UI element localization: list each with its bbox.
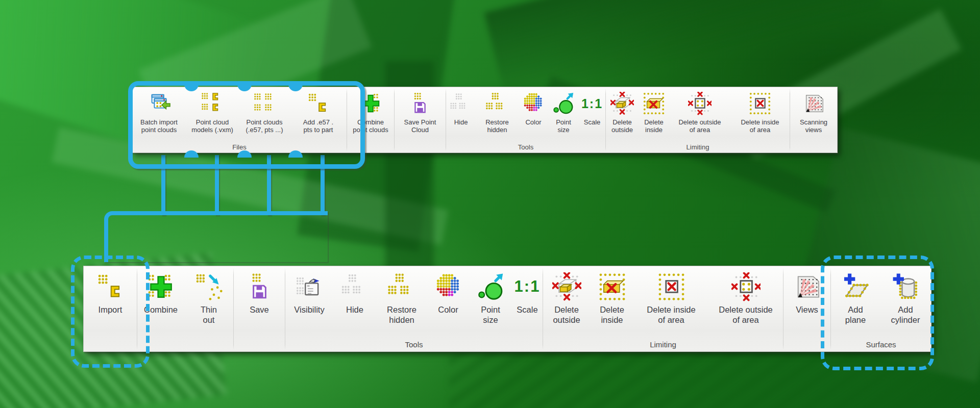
ribbon-button-scanning-views[interactable]: Scanning views (790, 87, 837, 134)
ribbon-button-label: Batch import point clouds (140, 118, 178, 134)
scale-ratio-text: 1:1 (514, 277, 541, 296)
delete-outside-icon (610, 90, 634, 117)
ribbon-button-label: Delete inside (600, 304, 624, 325)
ribbon-button-save[interactable]: Save (234, 266, 285, 315)
ribbon-button-delete-inside-of-area[interactable]: Delete inside of area (634, 266, 708, 325)
ribbon-group-limiting: Delete outside Delete insideDelete insid… (543, 266, 783, 351)
ribbon-button-label: Combine (144, 304, 178, 315)
group-label: Tools (285, 340, 543, 349)
visibility-icon (295, 270, 324, 303)
ribbon-button-visibility[interactable]: Visibility (285, 266, 333, 315)
ribbon-button-batch-import-point-clouds[interactable]: Batch import point clouds (132, 87, 186, 134)
delete-inside-area-icon (748, 90, 772, 117)
ribbon-button-delete-inside-of-area[interactable]: Delete inside of area (730, 87, 790, 134)
ribbon-group-surfaces: Add plane Add cylinderSurfaces (831, 266, 931, 351)
ribbon-button-combine-point-clouds[interactable]: Combine point clouds (347, 87, 394, 134)
combine-icon (146, 270, 176, 303)
ribbon-button-delete-inside[interactable]: Delete inside (639, 87, 669, 134)
ribbon-group-tools: VisibilityHideRestore hiddenColor Point … (285, 266, 543, 351)
ribbon-group-unlabeled-5: Views (783, 266, 830, 351)
ribbon-button-label: Add .e57 . pts to part (303, 118, 333, 134)
ribbon-button-point-size[interactable]: Point size (469, 266, 512, 325)
ribbon-button-add-plane[interactable]: Add plane (831, 266, 880, 325)
ribbon-button-label: Delete outside of area (678, 118, 721, 134)
ribbon-button-label: Point size (481, 304, 500, 325)
bottom-ribbon: ImportCombine Thin out Save VisibilityHi… (83, 266, 932, 352)
group-label: Tools (446, 143, 605, 151)
ribbon-button-restore-hidden[interactable]: Restore hidden (376, 266, 427, 325)
ribbon-button-thin-out[interactable]: Thin out (184, 266, 233, 325)
ribbon-button-label: Delete outside of area (719, 304, 773, 325)
point-size-icon (476, 270, 505, 303)
scale-ratio-text: 1:1 (581, 96, 603, 111)
ribbon-button-label: Hide (346, 304, 363, 315)
dots-c-icon (96, 270, 125, 303)
ribbon-button-scale[interactable]: 1:1Scale (512, 266, 543, 315)
ribbon-button-point-size[interactable]: Point size (548, 87, 579, 134)
ribbon-button-views[interactable]: Views (783, 266, 830, 315)
ribbon-button-label: Restore hidden (485, 118, 509, 134)
scan-views-icon (802, 90, 825, 117)
ribbon-button-label: Save Point Cloud (404, 118, 436, 134)
ribbon-button-label: Delete inside of area (741, 118, 779, 134)
delete-outside-icon (552, 270, 581, 303)
combine-icon (359, 90, 382, 117)
ribbon-button-label: Delete inside (644, 118, 664, 134)
ribbon-button-point-clouds-e57-pts[interactable]: Point clouds (.e57, pts ...) (239, 87, 290, 134)
scale-1-1-icon: 1:1 (581, 90, 603, 117)
ribbon-button-label: Delete outside (611, 118, 633, 134)
ribbon-button-label: Point cloud models (.vxm) (191, 118, 233, 134)
ribbon-button-label: Scale (517, 304, 537, 315)
scale-1-1-icon: 1:1 (514, 270, 541, 303)
ribbon-button-add-e57-pts-to-part[interactable]: Add .e57 . pts to part (290, 87, 347, 134)
ribbon-group-unlabeled-1: Combine Thin out (137, 266, 233, 351)
ribbon-button-color[interactable]: Color (427, 266, 469, 315)
ribbon-button-import[interactable]: Import (84, 266, 137, 315)
delete-inside-icon (642, 90, 666, 117)
ribbon-group-unlabeled-5: Scanning views (790, 87, 837, 152)
hide-icon (449, 90, 473, 117)
dots-quad-icon (253, 90, 276, 117)
ribbon-button-add-cylinder[interactable]: Add cylinder (880, 266, 931, 325)
save-icon (408, 90, 432, 117)
ribbon-button-delete-outside[interactable]: Delete outside (606, 87, 639, 134)
add-plane-icon (841, 270, 870, 303)
ribbon-button-delete-inside[interactable]: Delete inside (590, 266, 634, 325)
ribbon-button-label: Restore hidden (387, 304, 416, 325)
color-icon (522, 90, 545, 117)
ribbon-group-unlabeled-2: Save Point Cloud (395, 87, 446, 152)
ribbon-button-delete-outside-of-area[interactable]: Delete outside of area (669, 87, 730, 134)
delete-inside-area-icon (657, 270, 686, 303)
ribbon-button-color[interactable]: Color (519, 87, 548, 126)
group-label: Files (132, 143, 347, 151)
dots-c-icon (307, 90, 330, 117)
ribbon-button-point-cloud-models-vxm[interactable]: Point cloud models (.vxm) (186, 87, 239, 134)
ribbon-group-unlabeled-1: Combine point clouds (347, 87, 394, 152)
add-cylinder-icon (891, 270, 920, 303)
group-label: Limiting (543, 340, 783, 349)
color-icon (434, 270, 463, 303)
ribbon-button-label: Views (796, 304, 818, 315)
ribbon-group-limiting: Delete outside Delete insideDelete outsi… (606, 87, 790, 152)
batch-import-icon (148, 90, 171, 117)
ribbon-button-label: Scanning views (800, 118, 827, 134)
ribbon-button-hide[interactable]: Hide (446, 87, 476, 126)
ribbon-button-label: Add cylinder (891, 304, 920, 325)
group-label: Surfaces (831, 340, 931, 349)
ribbon-button-restore-hidden[interactable]: Restore hidden (476, 87, 519, 134)
ribbon-button-save-point-cloud[interactable]: Save Point Cloud (395, 87, 446, 134)
ribbon-button-combine[interactable]: Combine (137, 266, 184, 315)
ribbon-button-hide[interactable]: Hide (333, 266, 376, 315)
ribbon-group-unlabeled-0: Import (84, 266, 137, 351)
ribbon-button-label: Visibility (294, 304, 324, 315)
restore-hidden-icon (485, 90, 509, 117)
ribbon-button-delete-outside[interactable]: Delete outside (543, 266, 590, 325)
ribbon-button-delete-outside-of-area[interactable]: Delete outside of area (708, 266, 783, 325)
top-ribbon: Batch import point cloudsPoint cloud mod… (132, 87, 838, 153)
ribbon-button-label: Add plane (845, 304, 866, 325)
restore-hidden-icon (387, 270, 416, 303)
ribbon-group-files: Batch import point cloudsPoint cloud mod… (132, 87, 347, 152)
hide-icon (340, 270, 370, 303)
ribbon-button-scale[interactable]: 1:1Scale (579, 87, 605, 126)
thin-out-icon (194, 270, 224, 303)
